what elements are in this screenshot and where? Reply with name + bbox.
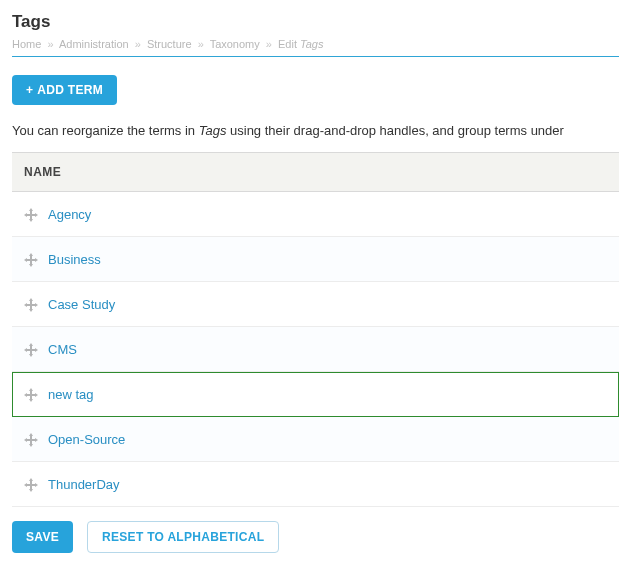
reset-alphabetical-button[interactable]: RESET TO ALPHABETICAL — [87, 521, 279, 553]
add-term-button[interactable]: +ADD TERM — [12, 75, 117, 105]
breadcrumb-link[interactable]: Administration — [59, 38, 129, 50]
term-link[interactable]: Agency — [48, 207, 91, 222]
breadcrumb-link[interactable]: Structure — [147, 38, 192, 50]
table-row: Open-Source — [12, 417, 619, 462]
terms-table: NAME AgencyBusinessCase StudyCMSnew tagO… — [12, 152, 619, 507]
term-link[interactable]: ThunderDay — [48, 477, 120, 492]
breadcrumb-sep: » — [266, 38, 272, 50]
plus-icon: + — [26, 83, 33, 97]
table-row: Agency — [12, 192, 619, 237]
breadcrumb-sep: » — [135, 38, 141, 50]
save-button[interactable]: SAVE — [12, 521, 73, 553]
breadcrumb-current: Edit Tags — [278, 38, 323, 50]
term-link[interactable]: Case Study — [48, 297, 115, 312]
term-link[interactable]: CMS — [48, 342, 77, 357]
drag-handle-icon[interactable] — [24, 298, 38, 312]
drag-handle-icon[interactable] — [24, 478, 38, 492]
table-row: CMS — [12, 327, 619, 372]
term-link[interactable]: Open-Source — [48, 432, 125, 447]
help-text: You can reorganize the terms in Tags usi… — [12, 123, 619, 138]
drag-handle-icon[interactable] — [24, 388, 38, 402]
table-row: Case Study — [12, 282, 619, 327]
form-actions: SAVE RESET TO ALPHABETICAL — [12, 521, 619, 553]
breadcrumb-link[interactable]: Taxonomy — [210, 38, 260, 50]
breadcrumb-sep: » — [198, 38, 204, 50]
drag-handle-icon[interactable] — [24, 433, 38, 447]
table-row: Business — [12, 237, 619, 282]
breadcrumb: Home » Administration » Structure » Taxo… — [12, 38, 619, 57]
page-title: Tags — [12, 12, 619, 32]
term-link[interactable]: Business — [48, 252, 101, 267]
table-row: ThunderDay — [12, 462, 619, 507]
drag-handle-icon[interactable] — [24, 343, 38, 357]
breadcrumb-link[interactable]: Home — [12, 38, 41, 50]
table-row: new tag — [12, 372, 619, 417]
column-header-name: NAME — [12, 153, 619, 192]
breadcrumb-sep: » — [47, 38, 53, 50]
term-link[interactable]: new tag — [48, 387, 94, 402]
drag-handle-icon[interactable] — [24, 253, 38, 267]
drag-handle-icon[interactable] — [24, 208, 38, 222]
